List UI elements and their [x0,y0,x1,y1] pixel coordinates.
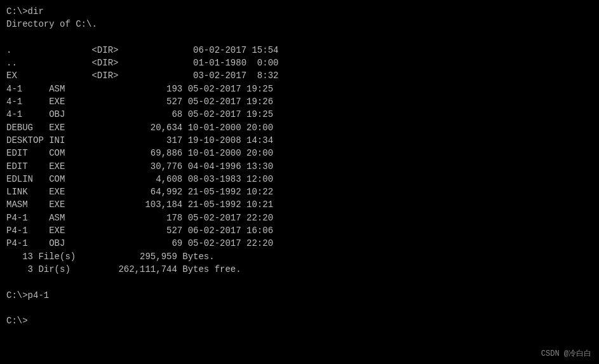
terminal-window: C:\>dirDirectory of C:\. . <DIR> 06-02-2… [0,0,599,364]
terminal-line [6,302,593,314]
watermark: CSDN @冷白白 [541,348,591,359]
terminal-line: 3 Dir(s) 262,111,744 Bytes free. [6,263,593,276]
terminal-line: C:\> [6,314,593,327]
terminal-line: EDLIN COM 4,608 08-03-1983 12:00 [6,173,593,185]
terminal-line: EX <DIR> 03-02-2017 8:32 [6,69,593,82]
terminal-line: . <DIR> 06-02-2017 15:54 [6,44,593,57]
terminal-line: 13 File(s) 295,959 Bytes. [6,250,593,263]
terminal-line: 4-1 EXE 527 05-02-2017 19:26 [6,95,593,108]
terminal-line [6,31,593,44]
terminal-line: LINK EXE 64,992 21-05-1992 10:22 [6,185,593,198]
terminal-line: P4-1 OBJ 69 05-02-2017 22:20 [6,237,593,250]
terminal-line: DESKTOP INI 317 19-10-2008 14:34 [6,134,593,147]
terminal-line: MASM EXE 103,184 21-05-1992 10:21 [6,198,593,211]
terminal-line: DEBUG EXE 20,634 10-01-2000 20:00 [6,121,593,134]
terminal-output: C:\>dirDirectory of C:\. . <DIR> 06-02-2… [6,5,593,327]
terminal-line: .. <DIR> 01-01-1980 0:00 [6,57,593,69]
terminal-line: 4-1 ASM 193 05-02-2017 19:25 [6,83,593,95]
terminal-line: Directory of C:\. [6,18,593,30]
terminal-line: P4-1 ASM 178 05-02-2017 22:20 [6,212,593,224]
terminal-line [6,276,593,288]
terminal-line: EDIT EXE 30,776 04-04-1996 13:30 [6,160,593,173]
terminal-line: C:\>dir [6,5,593,18]
terminal-line: EDIT COM 69,886 10-01-2000 20:00 [6,147,593,159]
terminal-line: 4-1 OBJ 68 05-02-2017 19:25 [6,108,593,121]
terminal-line: P4-1 EXE 527 06-02-2017 16:06 [6,224,593,237]
terminal-line: C:\>p4-1 [6,289,593,302]
